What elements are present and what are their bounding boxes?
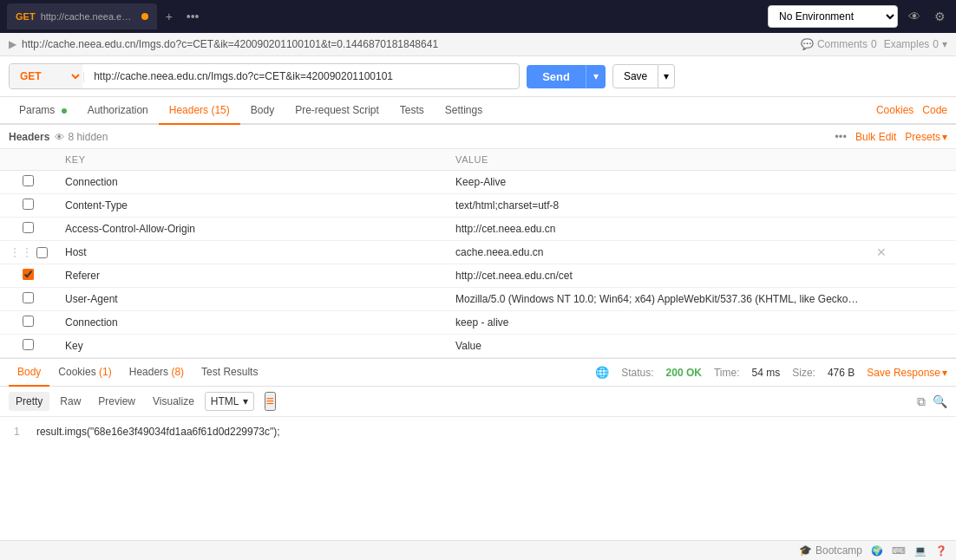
comments-count: 0 xyxy=(871,38,877,50)
row-checkbox-6[interactable] xyxy=(23,292,34,303)
more-tabs-button[interactable]: ••• xyxy=(181,6,205,27)
col-key-header: KEY xyxy=(56,149,447,171)
bottom-bar: 🎓 Bootcamp 🌍 ⌨ 💻 ❓ xyxy=(0,540,956,560)
save-button[interactable]: Save xyxy=(612,64,658,88)
cookies-link[interactable]: Cookies xyxy=(876,104,913,116)
save-dropdown-button[interactable]: ▾ xyxy=(658,64,675,88)
response-code-line-1: result.imgs("68e16e3f49034fd1aa6f61d0d22… xyxy=(36,426,280,438)
headers-section: Headers 👁 8 hidden ••• Bulk Edit Presets… xyxy=(0,125,956,358)
save-response-button[interactable]: Save Response ▾ xyxy=(867,367,947,379)
header-key-1[interactable]: Connection xyxy=(56,171,447,194)
send-button[interactable]: Send xyxy=(527,65,586,88)
eye-icon-button[interactable]: 👁 xyxy=(905,6,924,27)
resp-pretty-tab[interactable]: Pretty xyxy=(9,392,49,411)
comment-icon: 💬 xyxy=(801,38,814,50)
presets-label: Presets xyxy=(905,131,940,143)
row-checkbox-7[interactable] xyxy=(23,316,34,327)
examples-meta[interactable]: Examples 0 ▾ xyxy=(884,38,947,50)
computer-icon[interactable]: 💻 xyxy=(914,545,927,557)
gear-icon-button[interactable]: ⚙ xyxy=(931,6,949,27)
resp-tab-cookies[interactable]: Cookies (1) xyxy=(49,359,120,387)
tab-params[interactable]: Params xyxy=(9,97,77,125)
row-checkbox-2[interactable] xyxy=(23,199,34,210)
header-key-6[interactable]: User-Agent xyxy=(56,288,447,311)
tab-tests-label: Tests xyxy=(400,104,424,116)
keyboard-icon[interactable]: ⌨ xyxy=(892,545,906,557)
header-val-placeholder[interactable]: Value xyxy=(447,335,868,358)
tab-settings[interactable]: Settings xyxy=(435,97,493,125)
wrap-button[interactable]: ≡ xyxy=(265,392,276,411)
tab-prerequest[interactable]: Pre-request Script xyxy=(285,97,390,125)
headers-title-bar: Headers 👁 8 hidden ••• Bulk Edit Presets… xyxy=(0,125,956,149)
url-input[interactable] xyxy=(85,65,519,88)
header-val-2[interactable]: text/html;charset=utf-8 xyxy=(447,194,868,218)
expand-url-button[interactable]: ▶ xyxy=(9,38,16,50)
examples-label: Examples xyxy=(884,38,930,50)
globe-bottom-icon[interactable]: 🌍 xyxy=(871,545,883,557)
header-key-4[interactable]: Host xyxy=(56,241,447,264)
row-checkbox-5[interactable] xyxy=(23,269,34,280)
tab-tests[interactable]: Tests xyxy=(390,97,435,125)
send-dropdown-button[interactable]: ▾ xyxy=(586,65,606,88)
response-content: 1 result.imgs("68e16e3f49034fd1aa6f61d0d… xyxy=(0,417,956,540)
row-checkbox-1[interactable] xyxy=(23,175,34,186)
header-val-5[interactable]: http://cet.neea.edu.cn/cet xyxy=(447,264,868,288)
format-chevron: ▾ xyxy=(243,395,248,407)
http-method-select[interactable]: GET POST PUT DELETE xyxy=(10,64,82,88)
table-row: Referer http://cet.neea.edu.cn/cet xyxy=(0,264,956,288)
drag-handle-icon[interactable]: ⋮⋮ xyxy=(9,245,33,259)
code-link[interactable]: Code xyxy=(922,104,947,116)
header-val-1[interactable]: Keep-Alive xyxy=(447,171,868,194)
table-row: ⋮⋮ Host cache.neea.edu.cn ✕ xyxy=(0,241,956,264)
bulk-edit-button[interactable]: Bulk Edit xyxy=(855,131,896,143)
table-row: User-Agent Mozilla/5.0 (Windows NT 10.0;… xyxy=(0,288,956,311)
table-row: Connection Keep-Alive xyxy=(0,171,956,194)
bootcamp-label: Bootcamp xyxy=(815,544,862,557)
comments-label: Comments xyxy=(817,38,868,50)
tab-authorization[interactable]: Authorization xyxy=(77,97,159,125)
environment-select[interactable]: No Environment xyxy=(768,5,898,28)
row-checkbox-8[interactable] xyxy=(23,339,34,350)
row-checkbox-3[interactable] xyxy=(23,222,34,233)
more-options-button[interactable]: ••• xyxy=(835,130,847,143)
header-val-4[interactable]: cache.neea.edu.cn xyxy=(447,241,868,264)
chevron-down-icon: ▾ xyxy=(942,38,947,50)
toolbar-right-actions: ⧉ 🔍 xyxy=(917,394,947,409)
row-checkbox-4[interactable] xyxy=(36,247,48,258)
hidden-badge: 👁 8 hidden xyxy=(55,131,108,143)
resp-tab-body[interactable]: Body xyxy=(9,359,49,387)
resp-visualize-tab[interactable]: Visualize xyxy=(146,392,201,411)
delete-row-4-button[interactable]: ✕ xyxy=(876,245,887,259)
col-value-header: VALUE xyxy=(447,149,868,171)
header-key-2[interactable]: Content-Type xyxy=(56,194,447,218)
header-val-7[interactable]: keep - alive xyxy=(447,311,868,335)
tab-body[interactable]: Body xyxy=(240,97,285,125)
bootcamp-item[interactable]: 🎓 Bootcamp xyxy=(799,544,862,557)
format-selector[interactable]: HTML ▾ xyxy=(205,392,254,411)
header-key-5[interactable]: Referer xyxy=(56,264,447,288)
copy-response-button[interactable]: ⧉ xyxy=(917,394,926,409)
search-response-button[interactable]: 🔍 xyxy=(933,394,947,409)
send-button-group: Send ▾ xyxy=(527,65,606,88)
header-val-6[interactable]: Mozilla/5.0 (Windows NT 10.0; Win64; x64… xyxy=(447,288,868,311)
header-key-7[interactable]: Connection xyxy=(56,311,447,335)
presets-button[interactable]: Presets ▾ xyxy=(905,131,947,143)
save-button-group: Save ▾ xyxy=(612,64,675,88)
tab-headers[interactable]: Headers (15) xyxy=(159,97,240,125)
header-val-3[interactable]: http://cet.neea.edu.cn xyxy=(447,218,868,241)
resp-tab-test-results[interactable]: Test Results xyxy=(193,359,266,387)
new-tab-button[interactable]: + xyxy=(160,6,178,27)
resp-tab-headers[interactable]: Headers (8) xyxy=(121,359,193,387)
resp-raw-tab[interactable]: Raw xyxy=(53,392,88,411)
tab-url: http://cache.neea.edu.cn/Imgs.... xyxy=(41,11,136,22)
header-key-placeholder[interactable]: Key xyxy=(56,335,447,358)
request-tab[interactable]: GET http://cache.neea.edu.cn/Imgs.... xyxy=(7,3,157,29)
comments-meta[interactable]: 💬 Comments 0 xyxy=(801,38,877,50)
save-response-label: Save Response xyxy=(867,367,940,379)
col-checkbox xyxy=(0,149,56,171)
header-key-3[interactable]: Access-Control-Allow-Origin xyxy=(56,218,447,241)
help-icon[interactable]: ❓ xyxy=(935,545,947,557)
line-number-1: 1 xyxy=(14,426,20,438)
resp-tab-headers-label: Headers (8) xyxy=(129,366,184,378)
resp-preview-tab[interactable]: Preview xyxy=(91,392,142,411)
